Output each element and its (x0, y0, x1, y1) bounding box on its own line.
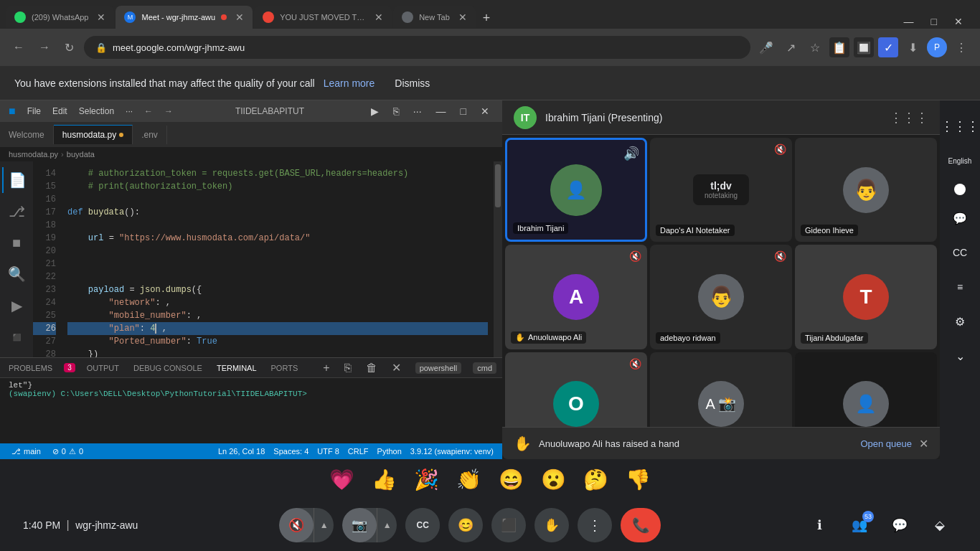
maximize-button[interactable]: □ (925, 14, 943, 29)
extension-icon3[interactable]: ✓ (878, 37, 898, 57)
new-tab-button[interactable]: + (477, 8, 496, 29)
cursor-position[interactable]: Ln 26, Col 18 (218, 447, 265, 456)
vscode-tab-husmodata[interactable]: husmodata.py (54, 125, 133, 144)
emoji-thumbsdown[interactable]: 👎 (623, 465, 654, 494)
vscode-edit-menu[interactable]: Edit (52, 106, 67, 116)
vscode-selection-menu[interactable]: Selection (79, 106, 114, 116)
encoding-indicator[interactable]: UTF 8 (317, 447, 339, 456)
learn-more-link[interactable]: Learn more (324, 77, 375, 89)
search-icon[interactable]: 🔍 (2, 261, 31, 287)
tab-close-newtab[interactable]: ✕ (458, 11, 467, 23)
git-branch[interactable]: ⎇ main (9, 447, 44, 456)
camera-options-button[interactable]: ▲ (377, 508, 397, 542)
emoji-thumbsup[interactable]: 👍 (369, 465, 400, 494)
tab-newtab[interactable]: New Tab ✕ (393, 6, 476, 29)
code-content[interactable]: # authorization_token = requests.get(BAS… (62, 161, 494, 357)
bookmark-icon[interactable]: ☆ (805, 37, 825, 57)
banner-dismiss[interactable]: Dismiss (395, 77, 430, 89)
run-icon[interactable]: ▶ (2, 293, 31, 319)
python-version[interactable]: 3.9.12 (swapienv: venv) (410, 447, 494, 456)
vscode-nav-forward[interactable]: → (164, 106, 173, 116)
english-label[interactable]: English (946, 146, 974, 175)
language-indicator[interactable]: Python (377, 447, 402, 456)
terminal-content[interactable]: let"} (swapienv) C:\Users\DELL\Desktop\P… (0, 378, 502, 443)
captions-button[interactable]: CC (405, 508, 440, 542)
extension-icon2[interactable]: 🔲 (854, 37, 874, 57)
scrollbar[interactable] (494, 161, 502, 357)
presenter-menu[interactable]: ⋮⋮⋮ (890, 110, 928, 126)
minimize-button[interactable]: — (898, 14, 920, 29)
share-icon[interactable]: ↗ (781, 37, 801, 57)
emoji-party[interactable]: 🎉 (411, 465, 442, 494)
emoji-smile[interactable]: 😄 (496, 465, 527, 494)
profile-icon[interactable]: P (927, 37, 947, 57)
vscode-close-btn[interactable]: ✕ (476, 104, 494, 118)
tab-gmail[interactable]: YOU JUST MOVED TO STAGE 4 ✕ (254, 6, 392, 29)
reload-button[interactable]: ↻ (60, 38, 78, 57)
mic-toggle-button[interactable]: 🔇 (279, 508, 314, 542)
menu-icon[interactable]: ⋮ (951, 37, 971, 57)
emoji-heart[interactable]: 💗 (326, 465, 357, 494)
vscode-debug-btn[interactable]: ▶ (367, 104, 383, 118)
tab-close-meet[interactable]: ✕ (235, 11, 244, 23)
code-editor[interactable]: 14 15 16 17 18 19 20 21 22 23 24 25 26 2… (33, 161, 502, 357)
vscode-file-menu[interactable]: File (27, 106, 41, 116)
tab-meet[interactable]: M Meet - wgr-jhmz-awu ✕ (116, 6, 253, 29)
ports-tab[interactable]: PORTS (268, 362, 301, 374)
vscode-tab-env[interactable]: .env (133, 126, 167, 144)
open-queue-button[interactable]: Open queue (860, 438, 912, 449)
back-button[interactable]: ← (9, 38, 29, 57)
terminal-trash-icon[interactable]: 🗑 (366, 362, 377, 375)
tab-close-gmail[interactable]: ✕ (374, 11, 383, 23)
explorer-icon[interactable]: 📄 (2, 167, 31, 193)
vscode-tab-welcome[interactable]: Welcome (0, 126, 54, 144)
powershell-label[interactable]: powershell (415, 362, 462, 374)
activities-right-button[interactable]: ⬙ (923, 508, 957, 542)
raise-hand-close-button[interactable]: ✕ (919, 437, 928, 451)
settings-right-icon[interactable]: ⚙ (946, 307, 974, 336)
mic-options-button[interactable]: ▲ (314, 508, 334, 542)
end-call-button[interactable]: 📞 (621, 508, 661, 542)
eol-indicator[interactable]: CRLF (348, 447, 369, 456)
problems-tab[interactable]: PROBLEMS (6, 362, 55, 374)
vscode-maximize-btn[interactable]: □ (456, 104, 471, 118)
present-button[interactable]: ⬛ (491, 508, 526, 542)
camera-toggle-button[interactable]: 📷 (342, 508, 377, 542)
tab-close-whatsapp[interactable]: ✕ (97, 11, 105, 23)
chat-icon[interactable]: 💬 (946, 204, 974, 232)
vscode-search-box[interactable]: TIIDELABAPITUT (184, 106, 355, 116)
emoji-clap[interactable]: 👏 (453, 465, 484, 494)
emoji-button[interactable]: 😊 (448, 508, 483, 542)
emoji-thinking[interactable]: 🤔 (580, 465, 611, 494)
people-button[interactable]: 👥 53 (842, 508, 877, 542)
emoji-wow[interactable]: 😮 (538, 465, 569, 494)
vscode-more-btn[interactable]: ··· (409, 104, 426, 118)
more-options-icon[interactable]: ⋮⋮⋮ (946, 112, 974, 141)
terminal-split-icon[interactable]: ⎘ (344, 362, 352, 375)
arrow-down-icon[interactable]: ⌄ (946, 342, 974, 370)
vscode-more-menu[interactable]: ··· (126, 106, 133, 116)
chat-right-button[interactable]: 💬 (882, 508, 917, 542)
error-count[interactable]: ⊘ 0 ⚠ 0 (52, 447, 83, 456)
tab-whatsapp[interactable]: (209) WhatsApp ✕ (6, 6, 114, 29)
output-tab[interactable]: OUTPUT (84, 362, 122, 374)
activities-icon[interactable]: ≡ (946, 273, 974, 301)
extensions-icon[interactable]: ■ (2, 230, 31, 255)
more-options-button[interactable]: ⋮ (578, 508, 612, 542)
forward-button[interactable]: → (34, 38, 55, 57)
terminal-add-icon[interactable]: + (323, 362, 329, 375)
spaces-indicator[interactable]: Spaces: 4 (273, 447, 308, 456)
source-control-icon[interactable]: ⎇ (2, 199, 31, 225)
raise-hand-button[interactable]: ✋ (534, 508, 569, 542)
extension-icon1[interactable]: 📋 (829, 37, 849, 57)
download-icon[interactable]: ⬇ (903, 37, 923, 57)
plugins-icon[interactable]: ◾ (2, 324, 31, 350)
vscode-nav-back[interactable]: ← (144, 106, 153, 116)
microphone-browser-icon[interactable]: 🎤 (756, 37, 776, 57)
terminal-tab[interactable]: TERMINAL (214, 362, 260, 374)
cmd-label[interactable]: cmd (473, 362, 496, 374)
terminal-close-icon[interactable]: ✕ (392, 361, 401, 375)
record-icon[interactable] (954, 184, 966, 195)
captions-icon[interactable]: CC (946, 238, 974, 267)
vscode-split-btn[interactable]: ⎘ (389, 104, 403, 118)
